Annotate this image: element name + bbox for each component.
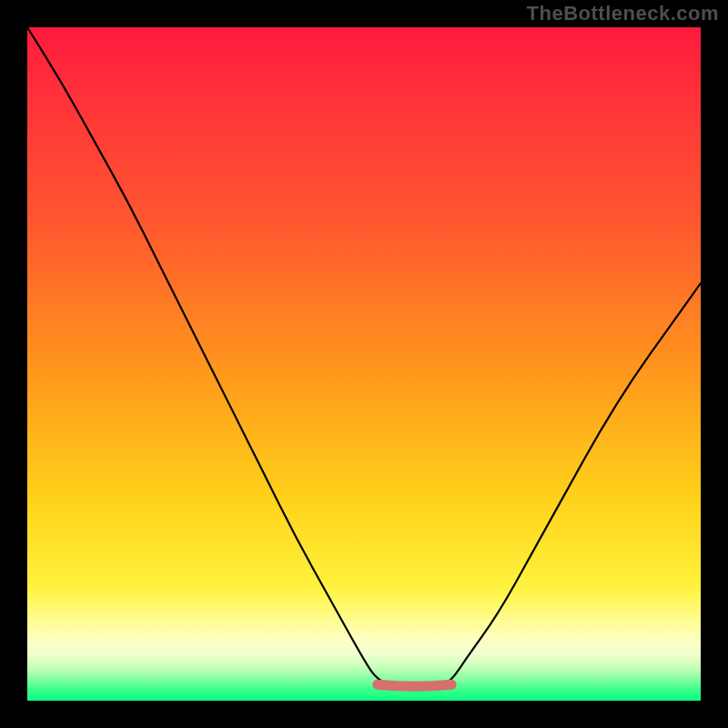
plot-area <box>27 27 701 701</box>
chart-svg <box>27 27 701 701</box>
chart-frame: TheBottleneck.com <box>0 0 728 728</box>
watermark-text: TheBottleneck.com <box>527 2 719 25</box>
valley-marker <box>378 684 451 686</box>
primary-curve <box>27 27 701 687</box>
